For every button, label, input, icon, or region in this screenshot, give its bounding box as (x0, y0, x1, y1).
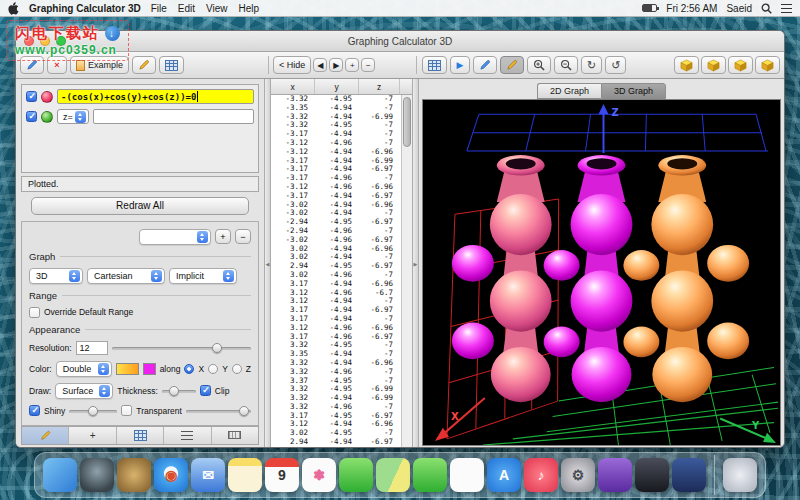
axis-z-radio[interactable] (232, 364, 242, 374)
rotate-ccw-button[interactable]: ↺ (605, 56, 626, 74)
panel-splitter-left[interactable]: ◀ (264, 79, 271, 448)
view-cube-button[interactable] (701, 56, 726, 74)
dock-icon[interactable] (598, 458, 632, 492)
shiny-checkbox[interactable] (29, 405, 40, 416)
edit-equation-button[interactable] (132, 56, 156, 74)
draw-tool-active-button[interactable] (500, 56, 524, 74)
menubar-user[interactable]: Saeid (726, 3, 752, 14)
redraw-all-button[interactable]: Redraw All (31, 197, 249, 215)
menu-item[interactable]: View (206, 3, 228, 14)
dock-icon[interactable]: ◉ (154, 458, 188, 492)
watermark-title: 闪电下载站 (15, 24, 100, 43)
dock-icon[interactable] (672, 458, 706, 492)
add-preset-button[interactable]: + (215, 229, 231, 244)
data-table-button[interactable] (159, 56, 184, 74)
scrollbar-thumb[interactable] (403, 97, 411, 147)
equation-visible-checkbox[interactable] (26, 91, 37, 102)
dock-icon[interactable]: ✽ (302, 458, 336, 492)
slider-thumb[interactable] (212, 343, 222, 353)
equation-input[interactable]: -(cos(x)+cos(y)+cos(z))=0 (57, 89, 254, 104)
equation-color-swatch[interactable] (41, 91, 53, 103)
table-row[interactable]: 3.02-4.96-6.96 (271, 447, 401, 448)
shiny-slider[interactable] (69, 405, 117, 417)
magenta-swatch[interactable] (143, 363, 156, 375)
resolution-field[interactable]: 12 (76, 341, 108, 355)
menu-item[interactable]: Help (239, 3, 260, 14)
transparent-slider[interactable] (186, 405, 251, 417)
dock-icon[interactable] (117, 458, 151, 492)
dock-icon[interactable] (635, 458, 669, 492)
add-column-button[interactable]: + (345, 58, 359, 72)
equation2-input[interactable] (93, 109, 254, 124)
tab-3d-graph[interactable]: 3D Graph (601, 83, 666, 99)
tab-sliders[interactable] (164, 427, 211, 444)
coordinates-select[interactable]: Cartesian (87, 268, 165, 284)
slider-thumb[interactable] (88, 406, 98, 416)
tab-add[interactable]: + (69, 427, 116, 444)
dock-icon[interactable] (228, 458, 262, 492)
dock-icon[interactable]: ♪ (524, 458, 558, 492)
override-range-checkbox[interactable] (29, 307, 40, 318)
spotlight-search-icon[interactable] (761, 3, 772, 14)
dock-icon[interactable] (80, 458, 114, 492)
dock-icon[interactable] (450, 458, 484, 492)
y-axis-label: Y (751, 420, 760, 431)
gradient-swatch[interactable] (116, 363, 139, 375)
battery-icon[interactable] (642, 4, 657, 12)
draw-tool-button[interactable] (473, 56, 497, 74)
tab-keyboard[interactable] (212, 427, 258, 444)
dimension-select[interactable]: 3D (29, 268, 83, 284)
menubar-app-name[interactable]: Graphing Calculator 3D (29, 3, 141, 14)
view-cube-button[interactable] (755, 56, 780, 74)
color-mode-select[interactable]: Double (56, 361, 112, 377)
dock-icon[interactable]: A (487, 458, 521, 492)
remove-column-button[interactable]: − (361, 58, 375, 72)
dock-icon[interactable]: ✉ (191, 458, 225, 492)
zoom-in-button[interactable] (527, 56, 551, 74)
thickness-slider[interactable] (162, 385, 196, 397)
draw-mode-select[interactable]: Surface (55, 383, 113, 399)
column-right-button[interactable]: ▶ (329, 58, 343, 72)
equation2-type-select[interactable]: z= (57, 109, 89, 124)
grid-view-button[interactable] (422, 56, 447, 74)
animate-play-button[interactable]: ▶ (450, 56, 470, 74)
mode-select[interactable]: Implicit (169, 268, 237, 284)
dock-icon[interactable] (723, 458, 757, 492)
select-arrows-icon (197, 231, 208, 243)
remove-preset-button[interactable]: − (235, 229, 251, 244)
slider-thumb[interactable] (169, 386, 179, 396)
panel-splitter-right[interactable]: ▶ (412, 79, 419, 448)
dock-icon[interactable]: 9 (265, 458, 299, 492)
table-scrollbar[interactable] (401, 95, 412, 448)
tab-table[interactable] (117, 427, 164, 444)
hide-table-button[interactable]: < Hide (273, 56, 311, 74)
equation2-color-swatch[interactable] (41, 111, 53, 123)
dock-icon[interactable]: ⚙ (561, 458, 595, 492)
preset-select[interactable] (139, 229, 211, 245)
equation2-visible-checkbox[interactable] (26, 111, 37, 122)
zoom-out-button[interactable] (554, 56, 578, 74)
rotate-cw-button[interactable]: ↻ (581, 56, 602, 74)
axis-x-radio[interactable] (184, 364, 194, 374)
dock-icon[interactable] (413, 458, 447, 492)
plot-canvas[interactable]: X Y Z (422, 99, 781, 446)
transparent-checkbox[interactable] (121, 405, 132, 416)
view-cube-button[interactable] (728, 56, 753, 74)
menu-item[interactable]: Edit (178, 3, 195, 14)
menu-item[interactable]: File (151, 3, 167, 14)
axis-y-radio[interactable] (208, 364, 218, 374)
apple-menu-icon[interactable] (8, 2, 19, 15)
title-bar[interactable]: Graphing Calculator 3D (16, 31, 784, 52)
tab-2d-graph[interactable]: 2D Graph (537, 83, 601, 99)
slider-thumb[interactable] (239, 406, 249, 416)
notification-center-icon[interactable] (781, 4, 792, 13)
dock-icon[interactable] (339, 458, 373, 492)
view-cube-button[interactable] (674, 56, 699, 74)
column-left-button[interactable]: ◀ (313, 58, 327, 72)
tab-draw[interactable] (22, 427, 69, 444)
clip-checkbox[interactable] (200, 385, 211, 396)
dock-icon[interactable] (376, 458, 410, 492)
dock-icon[interactable] (43, 458, 77, 492)
resolution-slider[interactable] (112, 342, 251, 354)
menubar-clock[interactable]: Fri 2:56 AM (666, 3, 717, 14)
